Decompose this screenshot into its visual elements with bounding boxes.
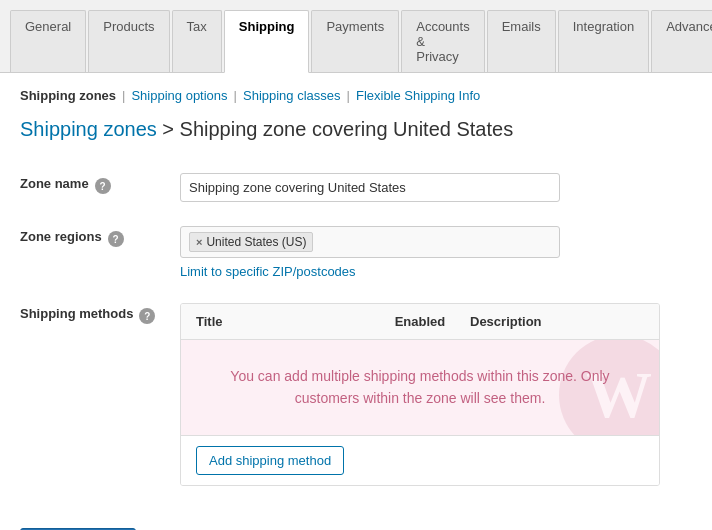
sub-nav: Shipping zones | Shipping options | Ship… [20,88,692,103]
content-area: Shipping zones | Shipping options | Ship… [0,73,712,530]
shipping-methods-field-cell: Title Enabled Description You can add mu… [180,291,692,498]
breadcrumb: Shipping zones > Shipping zone covering … [20,118,692,141]
add-shipping-method-button[interactable]: Add shipping method [196,446,344,475]
zone-name-input[interactable] [180,173,560,202]
subnav-sep-3: | [347,88,350,103]
region-tag-us: × United States (US) [189,232,313,252]
col-description: Description [470,314,644,329]
breadcrumb-separator: > [162,118,179,140]
zone-regions-label: Zone regions ? [20,214,180,291]
tab-accounts-privacy[interactable]: Accounts & Privacy [401,10,484,72]
settings-form: Zone name ? Zone regions ? [20,161,692,498]
zone-name-row: Zone name ? [20,161,692,214]
main-nav-tabs: General Products Tax Shipping Payments A… [0,0,712,73]
zone-regions-help-icon[interactable]: ? [108,231,124,247]
shipping-methods-row: Shipping methods ? Title Enabled Descrip… [20,291,692,498]
save-row: Save changes [20,518,692,530]
tab-integration[interactable]: Integration [558,10,649,72]
tab-products[interactable]: Products [88,10,169,72]
zone-regions-row: Zone regions ? × United States (US) Limi… [20,214,692,291]
methods-empty-text: You can add multiple shipping methods wi… [211,365,629,410]
breadcrumb-link[interactable]: Shipping zones [20,118,157,140]
zone-name-field-cell [180,161,692,214]
methods-table-header: Title Enabled Description [181,304,659,340]
tab-advanced[interactable]: Advanced [651,10,712,72]
zone-name-help-icon[interactable]: ? [95,178,111,194]
subnav-flexible-shipping[interactable]: Flexible Shipping Info [356,88,480,103]
subnav-sep-1: | [122,88,125,103]
tag-remove-us[interactable]: × [196,236,202,248]
methods-empty-state: You can add multiple shipping methods wi… [181,340,659,435]
methods-table: Title Enabled Description You can add mu… [180,303,660,486]
col-title: Title [196,314,370,329]
tag-label-us: United States (US) [206,235,306,249]
limit-zip-link[interactable]: Limit to specific ZIP/postcodes [180,264,692,279]
tab-emails[interactable]: Emails [487,10,556,72]
shipping-methods-label: Shipping methods ? [20,291,180,498]
tab-tax[interactable]: Tax [172,10,222,72]
methods-table-footer: Add shipping method [181,435,659,485]
breadcrumb-current: Shipping zone covering United States [180,118,514,140]
col-enabled: Enabled [370,314,470,329]
zone-name-label: Zone name ? [20,161,180,214]
subnav-shipping-zones[interactable]: Shipping zones [20,88,116,103]
shipping-methods-help-icon[interactable]: ? [139,308,155,324]
subnav-shipping-options[interactable]: Shipping options [131,88,227,103]
tab-shipping[interactable]: Shipping [224,10,310,73]
subnav-sep-2: | [234,88,237,103]
subnav-shipping-classes[interactable]: Shipping classes [243,88,341,103]
tab-payments[interactable]: Payments [311,10,399,72]
tab-general[interactable]: General [10,10,86,72]
zone-regions-tag-input[interactable]: × United States (US) [180,226,560,258]
zone-regions-field-cell: × United States (US) Limit to specific Z… [180,214,692,291]
